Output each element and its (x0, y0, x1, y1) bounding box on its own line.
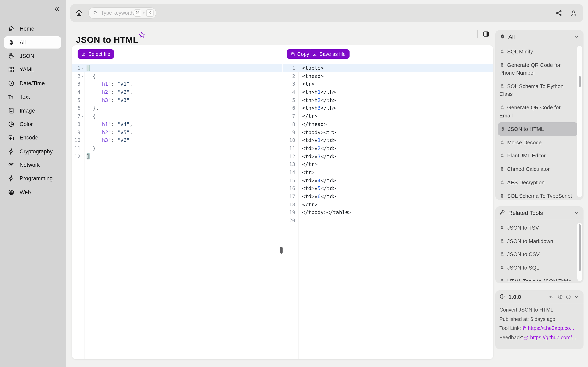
code-text: </tr> (298, 112, 493, 120)
line-number: 7 (72, 112, 85, 120)
tool-item-json-to-html[interactable]: JSON to HTML (498, 122, 578, 136)
collapse-sidebar-button[interactable] (52, 5, 61, 14)
chevron-down-icon[interactable] (574, 34, 579, 39)
select-file-button[interactable]: Select file (78, 49, 114, 59)
globe-icon[interactable] (557, 294, 563, 300)
chevrons-left-icon (53, 6, 60, 14)
rocket-icon (499, 265, 505, 270)
sidebar-item-image[interactable]: Image (0, 104, 66, 117)
pane-resize-handle[interactable] (280, 247, 283, 254)
code-line: 5<th>h2</th> (283, 96, 493, 104)
line-number: 16 (283, 184, 298, 192)
code-line: 2 { (72, 72, 282, 80)
code-text: "h2": "v2", (85, 88, 282, 96)
sidebar-item-json[interactable]: JSON (0, 49, 66, 63)
line-number: 1 (72, 64, 85, 72)
code-text: ] (85, 152, 282, 160)
html-output-editor[interactable]: 1<table>2<thead>3<tr>4<th>h1</th>5<th>h2… (283, 64, 493, 225)
sidebar-item-network[interactable]: Network (0, 158, 66, 172)
code-text: "h3": "v3" (85, 96, 282, 104)
sidebar-item-label: YAML (20, 67, 34, 73)
tool-item-json-to-tsv[interactable]: JSON to TSV (495, 221, 584, 234)
tool-item-json-to-csv[interactable]: JSON to CSV (495, 248, 584, 261)
sidebar-item-all[interactable]: All (0, 36, 66, 49)
line-number: 10 (283, 136, 298, 144)
tool-item-chmod-calculator[interactable]: Chmod Calculator (495, 162, 584, 176)
svg-text:T: T (8, 94, 11, 100)
sidebar-item-programming[interactable]: Programming (0, 172, 66, 185)
sidebar-item-text[interactable]: TTText (0, 90, 66, 104)
line-number: 7 (283, 112, 298, 120)
code-line: 6<th>h3</th> (283, 104, 493, 112)
check-circle-icon[interactable] (566, 294, 571, 300)
json-input-editor[interactable]: 1[2 {3 "h1": "v1",4 "h2": "v2",5 "h3": "… (72, 64, 282, 160)
tools-panel-header[interactable]: All (495, 30, 584, 43)
text-format-icon[interactable]: TT (549, 294, 555, 300)
tool-item-json-to-sql[interactable]: JSON to SQL (495, 261, 584, 275)
home-button[interactable] (75, 9, 83, 17)
wrench-icon (499, 210, 506, 216)
info-icon (499, 294, 506, 300)
save-as-file-label: Save as file (319, 51, 346, 57)
rocket-icon (499, 83, 505, 89)
panel-layout-icon (482, 30, 490, 38)
star-icon (138, 31, 146, 39)
tool-item-generate-qr-code-for-email[interactable]: Generate QR Code for Email (495, 101, 584, 122)
tool-item-sql-schema-to-python-class[interactable]: SQL Schema To Python Class (495, 80, 584, 101)
tool-item-generate-qr-code-for-phone-number[interactable]: Generate QR Code for Phone Number (495, 58, 584, 80)
sidebar-item-web[interactable]: Web (0, 185, 66, 199)
tool-description: Convert JSON to HTML (499, 307, 579, 313)
tools-scrollbar-thumb[interactable] (579, 76, 581, 87)
tool-item-plantuml-editor[interactable]: PlantUML Editor (495, 149, 584, 163)
sidebar-item-yaml[interactable]: YAML (0, 63, 66, 76)
code-line: 8 "h1": "v4", (72, 120, 282, 128)
tool-link-row: Tool Link:https://t.he3app.co... (499, 325, 579, 331)
account-button[interactable] (570, 9, 577, 17)
related-tools-header[interactable]: Related Tools (495, 206, 584, 219)
sidebar-item-date-time[interactable]: Date/Time (0, 76, 66, 90)
rocket-icon (499, 62, 505, 67)
sidebar-item-home[interactable]: Home (0, 22, 66, 36)
search-input[interactable]: Type keywords to search... ⌘ + K (88, 7, 156, 18)
save-as-file-button[interactable]: Save as file (309, 49, 349, 59)
chevron-down-icon[interactable] (574, 210, 579, 216)
tool-item-label: SQL Minify (507, 48, 533, 54)
tool-item-json-to-markdown[interactable]: JSON to Markdown (495, 234, 584, 248)
tool-link[interactable]: https://t.he3app.co... (528, 325, 574, 331)
related-scrollbar-thumb[interactable] (579, 224, 581, 271)
download-icon (312, 52, 317, 57)
tool-item-label: Chmod Calculator (507, 166, 550, 172)
tools-panel-title: All (508, 33, 515, 40)
sidebar-item-cryptography[interactable]: Cryptography (0, 145, 66, 158)
chevron-down-icon[interactable] (574, 294, 579, 300)
tool-item-label: JSON to TSV (507, 225, 539, 231)
sidebar-item-color[interactable]: Color (0, 117, 66, 131)
fold-chevron-icon[interactable] (80, 72, 85, 80)
tool-item-sql-schema-to-typescript-interface[interactable]: SQL Schema To TypeScript Interface (495, 189, 584, 198)
sidebar-item-encode[interactable]: Encode (0, 131, 66, 145)
line-number: 10 (72, 136, 85, 144)
code-text: <tr> (298, 80, 493, 88)
rocket-icon (499, 251, 505, 257)
share-button[interactable] (555, 9, 563, 17)
tools-scrollbar-track (577, 46, 582, 197)
fold-chevron-icon[interactable] (80, 64, 85, 72)
code-text: <td>v6</td> (298, 192, 493, 200)
feedback-link[interactable]: https://github.com/... (530, 334, 576, 340)
upload-icon (81, 52, 86, 57)
code-line: 10 "h3": "v6" (72, 136, 282, 144)
tool-item-label: PlantUML Editor (507, 153, 545, 159)
page-title: JSON to HTML (76, 35, 138, 45)
sidebar-item-label: Cryptography (20, 148, 53, 154)
tool-item-morse-decode[interactable]: Morse Decode (495, 136, 584, 149)
tool-item-html-table-to-json-table[interactable]: HTML Table to JSON Table (495, 275, 584, 281)
code-line: 3 "h1": "v1", (72, 80, 282, 88)
search-placeholder: Type keywords to search... (101, 10, 134, 16)
tool-item-sql-minify[interactable]: SQL Minify (495, 45, 584, 58)
line-number: 11 (72, 144, 85, 152)
fold-chevron-icon[interactable] (80, 112, 85, 120)
line-number: 2 (283, 72, 298, 80)
favorite-button[interactable] (138, 31, 146, 39)
tool-item-aes-decryption[interactable]: AES Decryption (495, 176, 584, 189)
toggle-right-panel-button[interactable] (482, 30, 490, 38)
